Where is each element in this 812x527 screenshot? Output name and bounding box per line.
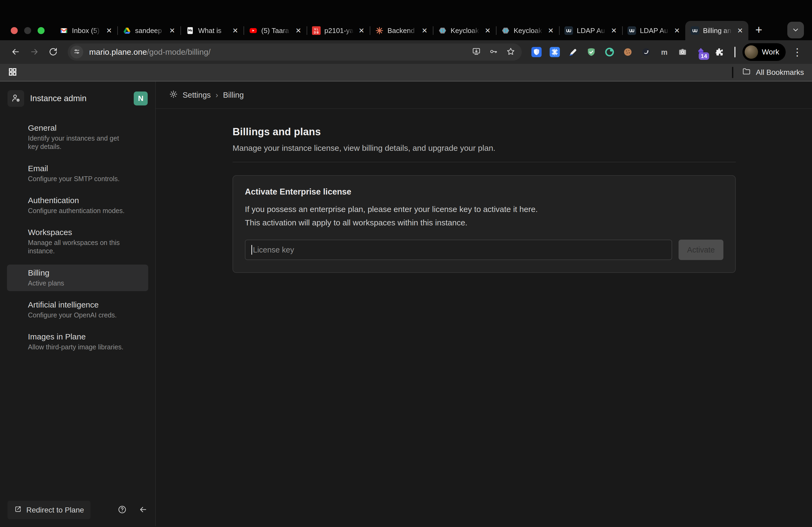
sidebar-item-billing[interactable]: BillingActive plans — [7, 265, 148, 291]
reload-icon — [48, 47, 58, 57]
browser-toolbar: mario.plane.one/god-mode/billing/ m14 Wo… — [0, 40, 812, 64]
address-bar[interactable]: mario.plane.one/god-mode/billing/ — [68, 44, 522, 61]
browser-tab[interactable]: V LD Bp2101-ya✕ — [307, 21, 370, 40]
bookmark-star-icon[interactable] — [506, 47, 515, 57]
browser-tab[interactable]: Keycloak✕ — [496, 21, 559, 40]
youtube-icon — [249, 26, 258, 35]
redirect-to-plane-button[interactable]: Redirect to Plane — [8, 501, 90, 519]
browser-tab[interactable]: What is ✕ — [180, 21, 244, 40]
tab-label: Keycloak — [451, 27, 480, 35]
breadcrumb-settings[interactable]: Settings — [183, 91, 211, 100]
sidebar-item-title: Billing — [28, 268, 64, 277]
forward-button[interactable] — [26, 44, 42, 60]
sidebar-item-artificial-intelligence[interactable]: Artificial intelligenceConfigure your Op… — [7, 297, 148, 323]
new-tab-button[interactable]: + — [748, 24, 769, 37]
tab-close-button[interactable]: ✕ — [547, 27, 555, 35]
tab-close-button[interactable]: ✕ — [358, 27, 365, 35]
claude-icon — [375, 26, 384, 35]
collapse-sidebar-button[interactable] — [139, 505, 148, 515]
mail-icon — [11, 164, 22, 183]
keycloak-icon — [501, 26, 510, 35]
grid-icon — [8, 67, 17, 77]
instance-admin-button[interactable] — [8, 90, 24, 107]
shield-blue-icon[interactable] — [531, 46, 542, 58]
browser-tab[interactable]: Backend✕ — [370, 21, 433, 40]
tab-close-button[interactable]: ✕ — [673, 27, 681, 35]
tab-close-button[interactable]: ✕ — [736, 27, 744, 35]
browser-menu-button[interactable]: ⋮ — [788, 46, 804, 58]
browser-tab[interactable]: sandeep✕ — [117, 21, 180, 40]
site-info-button[interactable] — [70, 46, 83, 59]
sidebar-item-desc: Identify your instances and get key deta… — [28, 134, 127, 151]
lock-icon — [11, 196, 22, 215]
browser-window: Inbox (5)✕sandeep✕What is ✕(5) Taara✕V L… — [0, 0, 812, 527]
passwords-key-icon[interactable] — [489, 47, 498, 57]
reload-button[interactable] — [45, 44, 61, 60]
user-avatar[interactable]: N — [134, 91, 148, 105]
toolbar-separator — [735, 47, 736, 57]
close-window-button[interactable] — [11, 27, 18, 34]
settings-gear-icon — [169, 90, 178, 100]
sidebar-item-authentication[interactable]: AuthenticationConfigure authentication m… — [7, 192, 148, 219]
svg-text:D B: D B — [314, 31, 318, 34]
tab-close-button[interactable]: ✕ — [420, 27, 429, 35]
breadcrumb-billing[interactable]: Billing — [223, 91, 244, 100]
browser-tab[interactable]: Keycloak✕ — [433, 21, 496, 40]
zoom-window-button[interactable] — [38, 27, 45, 34]
tab-close-button[interactable]: ✕ — [168, 27, 176, 35]
license-key-input[interactable] — [245, 240, 672, 260]
help-button[interactable] — [118, 505, 127, 515]
sidebar-item-desc: Manage all workspaces on this instance. — [28, 239, 127, 255]
page-title: Billings and plans — [233, 126, 736, 138]
activate-button[interactable]: Activate — [679, 240, 723, 260]
extensions-puzzle-icon[interactable] — [713, 46, 725, 58]
sidebar-item-workspaces[interactable]: WorkspacesManage all workspaces on this … — [7, 224, 148, 259]
apps-grid-button[interactable] — [8, 67, 17, 77]
all-bookmarks-button[interactable]: All Bookmarks — [756, 68, 804, 77]
browser-tab[interactable]: (5) Taara✕ — [244, 21, 307, 40]
browser-tab[interactable]: LDAP Au✕ — [622, 21, 685, 40]
browser-tab[interactable]: Inbox (5)✕ — [54, 21, 117, 40]
tab-label: What is — [198, 27, 228, 35]
profile-chip[interactable]: Work — [742, 43, 786, 61]
asterisk-blue-icon[interactable] — [549, 46, 561, 58]
svg-text:m: m — [661, 48, 668, 56]
cookie-editor-icon[interactable] — [604, 46, 615, 58]
gear-icon — [11, 123, 22, 151]
tab-close-button[interactable]: ✕ — [294, 27, 302, 35]
enterprise-license-card: Activate Enterprise license If you posse… — [233, 175, 736, 273]
tab-label: LDAP Au — [640, 27, 669, 35]
tab-close-button[interactable]: ✕ — [231, 27, 239, 35]
admin-sidebar: Instance admin N GeneralIdentify your in… — [0, 81, 156, 526]
sidebar-item-email[interactable]: EmailConfigure your SMTP controls. — [7, 160, 148, 187]
person-gear-icon — [11, 93, 21, 104]
tab-close-button[interactable]: ✕ — [610, 27, 618, 35]
sidebar-item-images-in-plane[interactable]: Images in PlaneAllow third-party image l… — [7, 328, 148, 355]
eyedropper-icon[interactable] — [567, 46, 579, 58]
shield-green-icon[interactable] — [586, 46, 597, 58]
install-app-icon[interactable] — [472, 47, 481, 57]
back-button[interactable] — [8, 44, 24, 60]
browser-tab-active[interactable]: Billing an✕ — [685, 21, 748, 40]
minimize-window-button[interactable] — [24, 27, 31, 34]
back-arrow-icon — [11, 47, 20, 57]
sidebar-item-general[interactable]: GeneralIdentify your instances and get k… — [7, 120, 148, 155]
tab-close-button[interactable]: ✕ — [105, 27, 113, 35]
forward-arrow-icon — [30, 47, 39, 57]
sidebar-item-desc: Configure your OpenAI creds. — [28, 311, 117, 319]
cookie-icon[interactable] — [622, 46, 634, 58]
browser-tab[interactable]: LDAP Au✕ — [559, 21, 622, 40]
plane-icon — [627, 26, 636, 35]
bookmarks-separator — [732, 67, 733, 78]
m-letter-icon[interactable]: m — [659, 46, 670, 58]
tab-search-button[interactable] — [787, 22, 804, 39]
purple-diamond-icon[interactable]: 14 — [695, 46, 707, 58]
camera-icon[interactable] — [677, 46, 688, 58]
sidebar-item-title: General — [28, 123, 127, 133]
plane-icon — [691, 26, 699, 35]
building-icon — [11, 228, 22, 255]
dark-circle-icon[interactable] — [640, 46, 652, 58]
chevron-right-icon: › — [216, 91, 218, 100]
tab-label: Keycloak — [514, 27, 543, 35]
tab-close-button[interactable]: ✕ — [483, 27, 492, 35]
